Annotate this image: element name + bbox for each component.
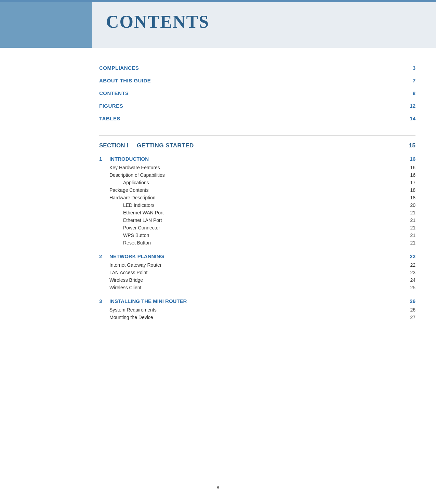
sub-title-ethernet-lan: Ethernet LAN Port <box>123 217 162 223</box>
section-divider <box>99 135 415 135</box>
sub-page-wps-button: 21 <box>405 233 415 238</box>
chapter-1-page: 16 <box>405 156 415 162</box>
toc-entry-figures[interactable]: Figures 12 <box>99 100 415 112</box>
sub-title-desc-capabilities: Description of Capabilities <box>109 172 165 178</box>
entry-led-indicators[interactable]: LED Indicators 20 <box>99 201 415 209</box>
entry-hardware-desc[interactable]: Hardware Description 18 <box>99 194 415 201</box>
sub-page-internet-gateway: 22 <box>405 262 415 268</box>
entry-wireless-client[interactable]: Wireless Client 25 <box>99 284 415 291</box>
sub-page-wireless-bridge: 24 <box>405 277 415 283</box>
chapter-1-title: Introduction <box>109 156 405 162</box>
sub-page-desc-capabilities: 16 <box>405 172 415 178</box>
sub-title-wps-button: WPS Button <box>123 233 149 238</box>
sub-page-power-connector: 21 <box>405 225 415 230</box>
sub-page-package-contents: 18 <box>405 187 415 193</box>
entry-package-contents[interactable]: Package Contents 18 <box>99 186 415 194</box>
sub-title-wireless-bridge: Wireless Bridge <box>109 277 143 283</box>
chapter-3-num: 3 <box>99 298 109 304</box>
toc-entry-compliances[interactable]: Compliances 3 <box>99 62 415 74</box>
entry-lan-access[interactable]: LAN Access Point 23 <box>99 269 415 276</box>
chapter-2-block: 2 Network Planning 22 Internet Gateway R… <box>99 253 415 291</box>
page-title: Contents <box>106 12 209 32</box>
entry-ethernet-lan[interactable]: Ethernet LAN Port 21 <box>99 216 415 224</box>
entry-system-requirements[interactable]: System Requirements 26 <box>99 306 415 314</box>
sub-title-lan-access: LAN Access Point <box>109 270 147 275</box>
entry-mounting-device[interactable]: Mounting the Device 27 <box>99 314 415 321</box>
chapter-1-block: 1 Introduction 16 Key Hardware Features … <box>99 156 415 247</box>
entry-applications[interactable]: Applications 17 <box>99 179 415 186</box>
entry-desc-capabilities[interactable]: Description of Capabilities 16 <box>99 171 415 179</box>
title-text: Contents <box>106 12 209 31</box>
entry-key-hardware[interactable]: Key Hardware Features 16 <box>99 164 415 171</box>
sub-page-system-requirements: 26 <box>405 307 415 313</box>
section-i-title: Getting Started <box>137 142 405 149</box>
sub-title-hardware-desc: Hardware Description <box>109 195 156 200</box>
sub-title-led-indicators: LED Indicators <box>123 202 155 208</box>
toc-page-about: 7 <box>405 78 415 83</box>
entry-internet-gateway[interactable]: Internet Gateway Router 22 <box>99 261 415 269</box>
chapter-2-header[interactable]: 2 Network Planning 22 <box>99 253 415 259</box>
toc-title-about: About This Guide <box>99 78 151 83</box>
toc-top-entries: Compliances 3 About This Guide 7 Content… <box>99 62 415 125</box>
content-area: Compliances 3 About This Guide 7 Content… <box>92 62 436 328</box>
sub-page-reset-button: 21 <box>405 240 415 246</box>
toc-title-tables: Tables <box>99 116 120 121</box>
section-i-header: Section I Getting Started 15 <box>99 142 415 149</box>
entry-ethernet-wan[interactable]: Ethernet WAN Port 21 <box>99 209 415 216</box>
page-number: – 8 – <box>213 485 223 490</box>
sub-title-system-requirements: System Requirements <box>109 307 157 313</box>
header-bar: Contents <box>0 0 436 48</box>
section-i-page: 15 <box>405 142 415 149</box>
chapter-2-page: 22 <box>405 253 415 259</box>
chapter-3-block: 3 Installing the Mini Router 26 System R… <box>99 298 415 321</box>
toc-page-figures: 12 <box>405 103 415 109</box>
sub-page-led-indicators: 20 <box>405 202 415 208</box>
sub-title-package-contents: Package Contents <box>109 187 148 193</box>
chapter-1-header[interactable]: 1 Introduction 16 <box>99 156 415 162</box>
chapter-3-page: 26 <box>405 298 415 304</box>
toc-page-compliances: 3 <box>405 65 415 71</box>
sub-title-internet-gateway: Internet Gateway Router <box>109 262 162 268</box>
toc-entry-about[interactable]: About This Guide 7 <box>99 74 415 87</box>
entry-wireless-bridge[interactable]: Wireless Bridge 24 <box>99 276 415 284</box>
chapter-2-num: 2 <box>99 253 109 259</box>
sub-title-wireless-client: Wireless Client <box>109 285 141 290</box>
header-left-accent <box>0 2 92 48</box>
sub-page-applications: 17 <box>405 180 415 185</box>
sub-title-key-hardware: Key Hardware Features <box>109 165 160 170</box>
sub-page-key-hardware: 16 <box>405 165 415 170</box>
entry-reset-button[interactable]: Reset Button 21 <box>99 239 415 247</box>
toc-entry-contents[interactable]: Contents 8 <box>99 87 415 100</box>
left-margin <box>0 62 92 328</box>
section-i-label: Section I <box>99 142 137 149</box>
chapter-1-num: 1 <box>99 156 109 162</box>
entry-wps-button[interactable]: WPS Button 21 <box>99 231 415 239</box>
main-content: Compliances 3 About This Guide 7 Content… <box>0 48 436 328</box>
sub-page-ethernet-wan: 21 <box>405 210 415 215</box>
entry-power-connector[interactable]: Power Connector 21 <box>99 224 415 231</box>
chapter-3-header[interactable]: 3 Installing the Mini Router 26 <box>99 298 415 304</box>
toc-title-contents: Contents <box>99 90 129 96</box>
chapter-2-title: Network Planning <box>109 253 405 259</box>
sub-page-lan-access: 23 <box>405 270 415 275</box>
chapter-3-title: Installing the Mini Router <box>109 298 405 304</box>
sub-title-power-connector: Power Connector <box>123 225 160 230</box>
toc-page-contents: 8 <box>405 90 415 96</box>
sub-title-reset-button: Reset Button <box>123 240 151 246</box>
sub-page-hardware-desc: 18 <box>405 195 415 200</box>
sub-page-wireless-client: 25 <box>405 285 415 290</box>
sub-title-applications: Applications <box>123 180 149 185</box>
toc-title-compliances: Compliances <box>99 65 139 71</box>
header-right: Contents <box>92 2 436 48</box>
sub-title-ethernet-wan: Ethernet WAN Port <box>123 210 164 215</box>
sub-page-ethernet-lan: 21 <box>405 217 415 223</box>
footer: – 8 – <box>0 478 436 497</box>
sub-page-mounting-device: 27 <box>405 315 415 320</box>
toc-page-tables: 14 <box>405 116 415 121</box>
toc-title-figures: Figures <box>99 103 123 109</box>
sub-title-mounting-device: Mounting the Device <box>109 315 153 320</box>
toc-entry-tables[interactable]: Tables 14 <box>99 112 415 125</box>
